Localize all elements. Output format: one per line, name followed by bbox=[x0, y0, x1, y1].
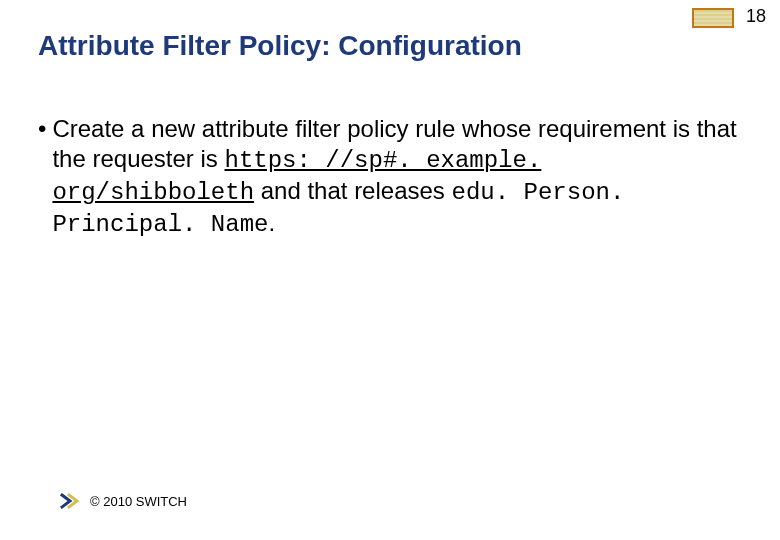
slide: 18 Attribute Filter Policy: Configuratio… bbox=[0, 0, 780, 540]
page-number: 18 bbox=[746, 6, 766, 27]
bullet-mid: and that releases bbox=[254, 177, 451, 204]
copyright-text: © 2010 SWITCH bbox=[90, 494, 187, 509]
switch-logo-icon bbox=[60, 492, 80, 510]
slide-body: • Create a new attribute filter policy r… bbox=[38, 114, 742, 240]
bullet-marker: • bbox=[38, 114, 52, 240]
slide-title: Attribute Filter Policy: Configuration bbox=[38, 30, 522, 62]
bullet-tail: . bbox=[268, 209, 275, 236]
bullet-text: Create a new attribute filter policy rul… bbox=[52, 114, 742, 240]
page-indicator-box bbox=[692, 8, 734, 28]
bullet-item: • Create a new attribute filter policy r… bbox=[38, 114, 742, 240]
footer: © 2010 SWITCH bbox=[60, 492, 187, 510]
